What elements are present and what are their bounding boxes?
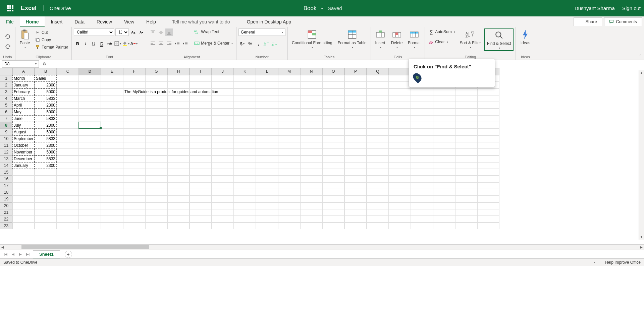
cell-W3[interactable] bbox=[477, 88, 499, 95]
cell-5[interactable] bbox=[433, 102, 455, 109]
cell-C22[interactable] bbox=[57, 216, 79, 223]
cell-G16[interactable] bbox=[145, 176, 167, 182]
share-button[interactable]: Share bbox=[574, 17, 602, 26]
row-header-7[interactable]: 7 bbox=[0, 115, 12, 122]
sheet-tab-sheet1[interactable]: Sheet1 bbox=[33, 250, 60, 258]
cell-B19[interactable] bbox=[35, 196, 57, 202]
cell-M17[interactable] bbox=[278, 182, 300, 189]
double-underline-button[interactable]: D bbox=[98, 40, 105, 47]
cell-K23[interactable] bbox=[234, 223, 256, 229]
cell-18[interactable] bbox=[433, 189, 455, 196]
format-as-table-button[interactable]: Format as Table▾ bbox=[336, 28, 369, 50]
cell-F14[interactable] bbox=[123, 162, 145, 169]
cell-M5[interactable] bbox=[278, 102, 300, 109]
scroll-left-button[interactable]: ◀ bbox=[0, 245, 5, 249]
cell-E8[interactable] bbox=[101, 122, 123, 129]
cell-B22[interactable] bbox=[35, 216, 57, 223]
cell-11[interactable] bbox=[433, 142, 455, 149]
cell-O9[interactable] bbox=[322, 129, 344, 135]
cell-G3[interactable] bbox=[145, 88, 167, 95]
cell-W10[interactable] bbox=[477, 135, 499, 142]
cell-F5[interactable] bbox=[123, 102, 145, 109]
cell-V4[interactable] bbox=[455, 95, 477, 102]
cell-W18[interactable] bbox=[477, 189, 499, 196]
cell-M19[interactable] bbox=[278, 196, 300, 202]
align-center-button[interactable] bbox=[157, 40, 165, 47]
cell-D21[interactable] bbox=[79, 209, 101, 216]
cell-D14[interactable] bbox=[79, 162, 101, 169]
cell-I22[interactable] bbox=[190, 216, 212, 223]
cell-V14[interactable] bbox=[455, 162, 477, 169]
cell-M14[interactable] bbox=[278, 162, 300, 169]
cell-F1[interactable] bbox=[123, 75, 145, 82]
cell-F13[interactable] bbox=[123, 155, 145, 162]
cell-L4[interactable] bbox=[256, 95, 278, 102]
cell-Q19[interactable] bbox=[367, 196, 389, 202]
cell-A6[interactable]: May bbox=[12, 109, 35, 115]
fill-color-button[interactable]: ▾ bbox=[122, 40, 129, 47]
cell-P17[interactable] bbox=[344, 182, 367, 189]
cell-I19[interactable] bbox=[190, 196, 212, 202]
cell-N15[interactable] bbox=[300, 169, 322, 176]
cell-17[interactable] bbox=[389, 182, 411, 189]
cell-B20[interactable] bbox=[35, 202, 57, 209]
cell-B14[interactable]: 2300 bbox=[35, 162, 57, 169]
cell-O14[interactable] bbox=[322, 162, 344, 169]
clear-button[interactable]: Clear▾ bbox=[427, 39, 456, 45]
cell-J10[interactable] bbox=[212, 135, 234, 142]
cell-19[interactable] bbox=[433, 196, 455, 202]
cell-P12[interactable] bbox=[344, 149, 367, 155]
cell-H3[interactable] bbox=[167, 88, 190, 95]
cell-N21[interactable] bbox=[300, 209, 322, 216]
cell-12[interactable] bbox=[389, 149, 411, 155]
cell-I13[interactable] bbox=[190, 155, 212, 162]
cell-N16[interactable] bbox=[300, 176, 322, 182]
cell-18[interactable] bbox=[411, 189, 433, 196]
cell-N10[interactable] bbox=[300, 135, 322, 142]
cell-13[interactable] bbox=[389, 155, 411, 162]
paste-button[interactable]: Paste ▾ bbox=[17, 28, 32, 50]
cell-O13[interactable] bbox=[322, 155, 344, 162]
cell-C14[interactable] bbox=[57, 162, 79, 169]
cell-E23[interactable] bbox=[101, 223, 123, 229]
cell-A20[interactable] bbox=[12, 202, 35, 209]
cell-P10[interactable] bbox=[344, 135, 367, 142]
tab-insert[interactable]: Insert bbox=[45, 16, 68, 27]
format-painter-button[interactable]: Format Painter bbox=[34, 44, 69, 51]
increase-indent-button[interactable] bbox=[181, 40, 189, 47]
cell-A13[interactable]: December bbox=[12, 155, 35, 162]
cell-I15[interactable] bbox=[190, 169, 212, 176]
cell-H17[interactable] bbox=[167, 182, 190, 189]
cell-O8[interactable] bbox=[322, 122, 344, 129]
cell-J12[interactable] bbox=[212, 149, 234, 155]
cell-P8[interactable] bbox=[344, 122, 367, 129]
cell-A1[interactable]: Month bbox=[12, 75, 35, 82]
cell-E1[interactable] bbox=[101, 75, 123, 82]
status-menu-button[interactable]: ▾ bbox=[594, 261, 595, 264]
cell-4[interactable] bbox=[389, 95, 411, 102]
cell-W15[interactable] bbox=[477, 169, 499, 176]
cell-W8[interactable] bbox=[477, 122, 499, 129]
undo-button[interactable] bbox=[4, 33, 11, 40]
hscroll-thumb[interactable] bbox=[21, 245, 149, 249]
cell-21[interactable] bbox=[389, 209, 411, 216]
cell-A18[interactable] bbox=[12, 189, 35, 196]
cell-D22[interactable] bbox=[79, 216, 101, 223]
cell-21[interactable] bbox=[433, 209, 455, 216]
cell-D12[interactable] bbox=[79, 149, 101, 155]
cell-C12[interactable] bbox=[57, 149, 79, 155]
cell-L14[interactable] bbox=[256, 162, 278, 169]
tab-view[interactable]: View bbox=[118, 16, 140, 27]
cell-G13[interactable] bbox=[145, 155, 167, 162]
cell-J20[interactable] bbox=[212, 202, 234, 209]
cell-C13[interactable] bbox=[57, 155, 79, 162]
cell-A10[interactable]: September bbox=[12, 135, 35, 142]
cell-L2[interactable] bbox=[256, 82, 278, 88]
cell-B15[interactable] bbox=[35, 169, 57, 176]
add-sheet-button[interactable]: + bbox=[65, 251, 72, 258]
cell-K17[interactable] bbox=[234, 182, 256, 189]
cell-5[interactable] bbox=[389, 102, 411, 109]
cell-H14[interactable] bbox=[167, 162, 190, 169]
cell-L17[interactable] bbox=[256, 182, 278, 189]
cell-H7[interactable] bbox=[167, 115, 190, 122]
